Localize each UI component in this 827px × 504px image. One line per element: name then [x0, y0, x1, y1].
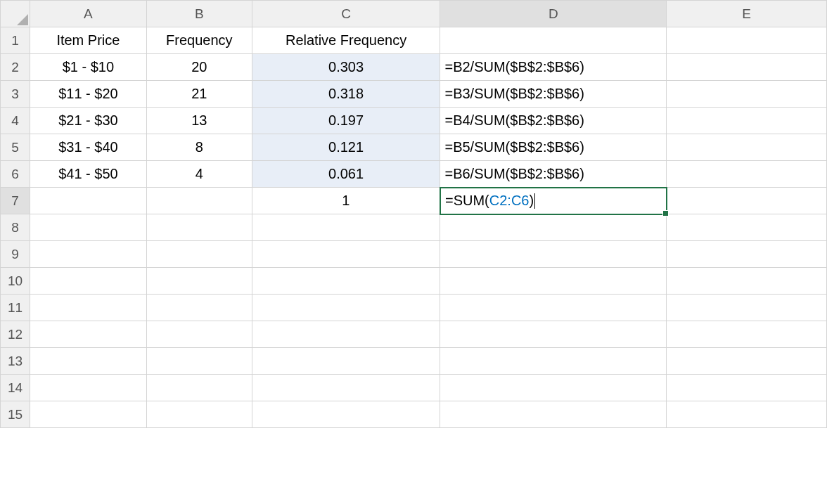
cell-A10[interactable] [30, 268, 146, 295]
cell-C4[interactable]: 0.197 [252, 108, 440, 134]
cell-D7[interactable]: =SUM(C2:C6) [440, 188, 667, 214]
cell-D10[interactable] [440, 268, 667, 295]
cell-B1[interactable]: Frequency [146, 27, 252, 54]
row-header-9[interactable]: 9 [1, 241, 30, 268]
cell-C8[interactable] [252, 214, 440, 241]
cell-E11[interactable] [667, 295, 827, 321]
cell-A14[interactable] [30, 375, 146, 401]
cell-E13[interactable] [667, 348, 827, 375]
row-header-10[interactable]: 10 [1, 268, 30, 295]
cell-E5[interactable] [667, 134, 827, 161]
row-header-12[interactable]: 12 [1, 321, 30, 348]
cell-D14[interactable] [440, 375, 667, 401]
col-header-E[interactable]: E [667, 1, 827, 27]
row-header-6[interactable]: 6 [1, 161, 30, 188]
cell-B14[interactable] [146, 375, 252, 401]
cell-C12[interactable] [252, 321, 440, 348]
cell-E7[interactable] [667, 188, 827, 214]
cell-B5[interactable]: 8 [146, 134, 252, 161]
cell-A7[interactable] [30, 188, 146, 214]
row-header-4[interactable]: 4 [1, 108, 30, 134]
cell-D15[interactable] [440, 401, 667, 428]
cell-D13[interactable] [440, 348, 667, 375]
cell-D12[interactable] [440, 321, 667, 348]
cell-A8[interactable] [30, 214, 146, 241]
row-header-11[interactable]: 11 [1, 295, 30, 321]
cell-C11[interactable] [252, 295, 440, 321]
cell-D3[interactable]: =B3/SUM($B$2:$B$6) [440, 81, 667, 108]
cell-C15[interactable] [252, 401, 440, 428]
spreadsheet-grid[interactable]: A B C D E 1 Item Price Frequency Relativ… [0, 0, 827, 428]
cell-D1[interactable] [440, 27, 667, 54]
select-all-corner[interactable] [1, 1, 30, 27]
cell-D9[interactable] [440, 241, 667, 268]
cell-B6[interactable]: 4 [146, 161, 252, 188]
cell-D6[interactable]: =B6/SUM($B$2:$B$6) [440, 161, 667, 188]
cell-D2[interactable]: =B2/SUM($B$2:$B$6) [440, 54, 667, 81]
cell-B9[interactable] [146, 241, 252, 268]
cell-A2[interactable]: $1 - $10 [30, 54, 146, 81]
col-header-A[interactable]: A [30, 1, 146, 27]
cell-C6[interactable]: 0.061 [252, 161, 440, 188]
cell-B11[interactable] [146, 295, 252, 321]
row-header-7[interactable]: 7 [1, 188, 30, 214]
cell-E1[interactable] [667, 27, 827, 54]
cell-A15[interactable] [30, 401, 146, 428]
row-header-15[interactable]: 15 [1, 401, 30, 428]
cell-C1[interactable]: Relative Frequency [252, 27, 440, 54]
cell-B8[interactable] [146, 214, 252, 241]
cell-A11[interactable] [30, 295, 146, 321]
row-header-13[interactable]: 13 [1, 348, 30, 375]
cell-C7[interactable]: 1 [252, 188, 440, 214]
cell-A5[interactable]: $31 - $40 [30, 134, 146, 161]
cell-D11[interactable] [440, 295, 667, 321]
col-header-D[interactable]: D [440, 1, 667, 27]
cell-E12[interactable] [667, 321, 827, 348]
cell-C2[interactable]: 0.303 [252, 54, 440, 81]
cell-A6[interactable]: $41 - $50 [30, 161, 146, 188]
cell-B15[interactable] [146, 401, 252, 428]
row-header-1[interactable]: 1 [1, 27, 30, 54]
cell-E9[interactable] [667, 241, 827, 268]
cell-E3[interactable] [667, 81, 827, 108]
text-cursor [534, 193, 535, 209]
cell-A4[interactable]: $21 - $30 [30, 108, 146, 134]
row-header-5[interactable]: 5 [1, 134, 30, 161]
cell-E15[interactable] [667, 401, 827, 428]
cell-C9[interactable] [252, 241, 440, 268]
select-all-triangle-icon [17, 14, 28, 25]
cell-B4[interactable]: 13 [146, 108, 252, 134]
cell-D5[interactable]: =B5/SUM($B$2:$B$6) [440, 134, 667, 161]
formula-text: =SUM(C2:C6) [445, 193, 534, 208]
cell-A3[interactable]: $11 - $20 [30, 81, 146, 108]
row-header-8[interactable]: 8 [1, 214, 30, 241]
cell-E14[interactable] [667, 375, 827, 401]
cell-A9[interactable] [30, 241, 146, 268]
cell-E8[interactable] [667, 214, 827, 241]
cell-B12[interactable] [146, 321, 252, 348]
col-header-B[interactable]: B [146, 1, 252, 27]
row-header-3[interactable]: 3 [1, 81, 30, 108]
cell-B3[interactable]: 21 [146, 81, 252, 108]
row-header-14[interactable]: 14 [1, 375, 30, 401]
cell-E2[interactable] [667, 54, 827, 81]
col-header-C[interactable]: C [252, 1, 440, 27]
cell-A13[interactable] [30, 348, 146, 375]
cell-B13[interactable] [146, 348, 252, 375]
cell-E10[interactable] [667, 268, 827, 295]
cell-B10[interactable] [146, 268, 252, 295]
cell-D4[interactable]: =B4/SUM($B$2:$B$6) [440, 108, 667, 134]
cell-E6[interactable] [667, 161, 827, 188]
cell-C3[interactable]: 0.318 [252, 81, 440, 108]
cell-E4[interactable] [667, 108, 827, 134]
cell-D8[interactable] [440, 214, 667, 241]
cell-C14[interactable] [252, 375, 440, 401]
cell-C13[interactable] [252, 348, 440, 375]
cell-B2[interactable]: 20 [146, 54, 252, 81]
row-header-2[interactable]: 2 [1, 54, 30, 81]
cell-C10[interactable] [252, 268, 440, 295]
cell-B7[interactable] [146, 188, 252, 214]
cell-A12[interactable] [30, 321, 146, 348]
cell-A1[interactable]: Item Price [30, 27, 146, 54]
cell-C5[interactable]: 0.121 [252, 134, 440, 161]
